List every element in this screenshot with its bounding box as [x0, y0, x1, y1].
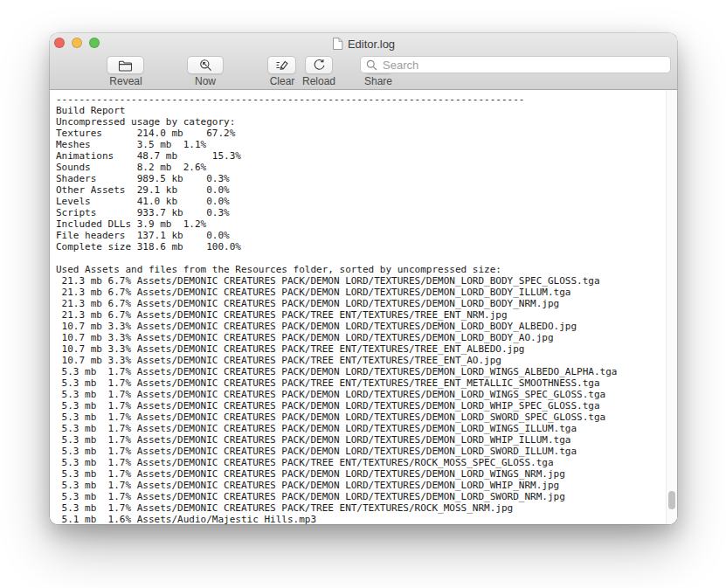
search-input[interactable]	[381, 58, 665, 73]
console-window: Editor.log Reveal	[50, 33, 677, 524]
reveal-button[interactable]	[107, 56, 144, 74]
now-button[interactable]	[187, 56, 224, 74]
scrollbar-thumb[interactable]	[668, 491, 675, 509]
document-icon	[332, 37, 343, 51]
log-content-area[interactable]: ----------------------------------------…	[50, 90, 677, 524]
search-icon	[366, 59, 377, 71]
share-label: Share	[352, 75, 404, 87]
clear-eraser-icon	[275, 59, 289, 72]
reload-circular-arrow-icon	[313, 59, 326, 72]
search-field[interactable]	[360, 56, 671, 73]
traffic-lights	[54, 38, 100, 48]
scrollbar-track[interactable]	[666, 90, 677, 524]
jump-to-now-icon	[199, 59, 212, 72]
clear-button[interactable]	[267, 56, 296, 74]
window-title: Editor.log	[348, 38, 395, 51]
folder-icon	[118, 59, 133, 72]
window-header: Editor.log Reveal	[50, 33, 677, 90]
reload-label: Reload	[293, 75, 345, 87]
now-label: Now	[179, 75, 232, 87]
reload-button[interactable]	[305, 56, 333, 74]
reveal-label: Reveal	[100, 75, 152, 87]
zoom-button[interactable]	[89, 38, 100, 48]
desktop: { "window": { "title": "Editor.log", "tr…	[0, 0, 726, 588]
close-button[interactable]	[54, 38, 65, 48]
titlebar[interactable]: Editor.log	[50, 33, 677, 54]
minimize-button[interactable]	[72, 38, 82, 48]
log-text: ----------------------------------------…	[50, 90, 677, 524]
